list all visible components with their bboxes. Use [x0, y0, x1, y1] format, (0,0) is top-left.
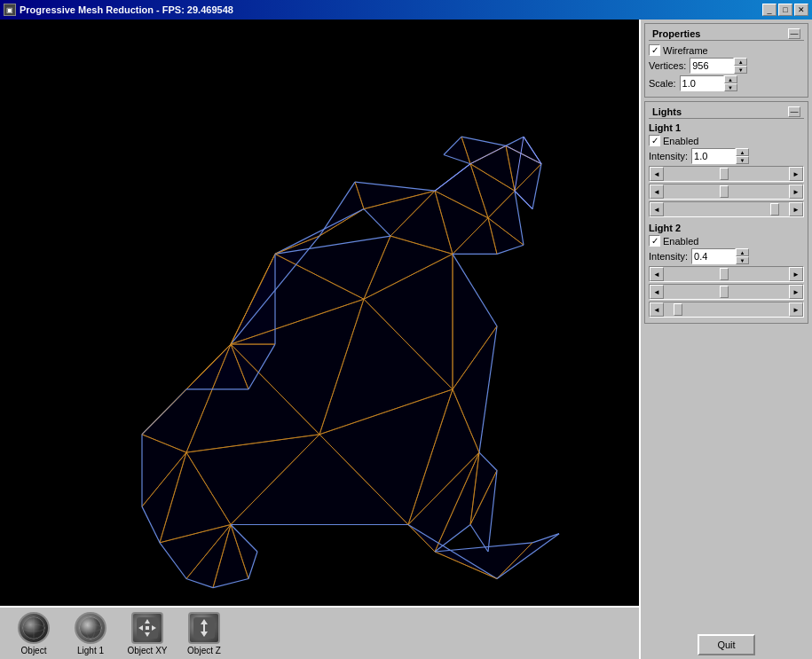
light2-enabled-checkbox[interactable]: [649, 235, 660, 247]
lights-group: Lights — Light 1 Enabled Intensity:: [644, 101, 808, 324]
vertices-spinbox[interactable]: ▲ ▼: [690, 58, 747, 74]
vertices-spin-up[interactable]: ▲: [734, 58, 747, 66]
light1-tool[interactable]: Light 1: [64, 609, 117, 658]
lights-collapse[interactable]: —: [788, 106, 800, 117]
light1-slider2[interactable]: ◄ ►: [649, 184, 804, 200]
object-icon: [18, 612, 50, 644]
bottom-toolbar: Object Light 1: [0, 606, 639, 659]
viewport[interactable]: Object Light 1: [0, 20, 639, 659]
vertices-label: Vertices:: [649, 60, 686, 71]
properties-collapse[interactable]: —: [788, 28, 800, 39]
light1-slider1-thumb[interactable]: [720, 168, 729, 180]
light1-title: Light 1: [649, 122, 681, 133]
scale-spinbox-buttons: ▲ ▼: [724, 75, 737, 91]
wireframe-label: Wireframe: [663, 45, 708, 56]
light2-slider1-thumb[interactable]: [720, 268, 729, 280]
light2-slider2[interactable]: ◄ ►: [649, 284, 804, 300]
light2-slider2-row: ◄ ►: [649, 284, 804, 300]
properties-header: Properties —: [649, 27, 804, 41]
svg-rect-13: [146, 626, 149, 630]
light1-intensity-down[interactable]: ▼: [736, 156, 749, 164]
wireframe-checkbox[interactable]: [649, 44, 660, 56]
light2-slider1-right[interactable]: ►: [789, 267, 803, 281]
light2-intensity-spinbox[interactable]: ▲ ▼: [691, 248, 749, 264]
scale-spinbox[interactable]: ▲ ▼: [680, 75, 737, 91]
properties-title: Properties: [652, 28, 700, 39]
app-icon: ▣: [4, 4, 16, 16]
light1-slider1-left[interactable]: ◄: [650, 167, 664, 181]
light1-slider3[interactable]: ◄ ►: [649, 201, 804, 217]
window-title: Progressive Mesh Reduction - FPS: 29.469…: [20, 4, 233, 15]
light2-intensity-btns: ▲ ▼: [736, 248, 749, 264]
light1-title-row: Light 1: [649, 122, 804, 133]
light2-slider3-left[interactable]: ◄: [650, 302, 664, 317]
scale-row: Scale: ▲ ▼: [649, 75, 804, 91]
quit-button[interactable]: Quit: [698, 634, 754, 655]
light2-slider1[interactable]: ◄ ►: [649, 266, 804, 282]
light2-section: Light 2 Enabled Intensity: ▲ ▼: [649, 223, 804, 318]
wireframe-checkbox-container[interactable]: Wireframe: [649, 44, 708, 56]
light1-intensity-btns: ▲ ▼: [736, 148, 749, 164]
light2-slider3-row: ◄ ►: [649, 302, 804, 318]
light2-intensity-input[interactable]: [691, 248, 736, 264]
scale-label: Scale:: [649, 78, 676, 89]
minimize-button[interactable]: _: [762, 4, 777, 16]
light2-enabled-label: Enabled: [663, 236, 698, 247]
light1-slider1-right[interactable]: ►: [789, 167, 803, 181]
light2-slider1-track: [664, 267, 789, 281]
light2-slider1-row: ◄ ►: [649, 266, 804, 282]
light1-enabled-checkbox[interactable]: [649, 135, 660, 146]
light1-slider2-left[interactable]: ◄: [650, 184, 664, 199]
light2-enabled-container[interactable]: Enabled: [649, 235, 698, 247]
light1-intensity-up[interactable]: ▲: [736, 148, 749, 156]
object-label: Object: [21, 646, 47, 655]
light2-slider2-right[interactable]: ►: [789, 285, 803, 299]
vertices-spinbox-buttons: ▲ ▼: [734, 58, 747, 74]
light2-intensity-up[interactable]: ▲: [736, 248, 749, 256]
light2-intensity-down[interactable]: ▼: [736, 256, 749, 264]
light2-intensity-row: Intensity: ▲ ▼: [649, 248, 804, 264]
light2-slider3-right[interactable]: ►: [789, 302, 803, 317]
light2-slider1-left[interactable]: ◄: [650, 267, 664, 281]
scale-input[interactable]: [680, 75, 724, 91]
light1-slider1-row: ◄ ►: [649, 166, 804, 182]
light2-title: Light 2: [649, 223, 681, 233]
light1-slider1[interactable]: ◄ ►: [649, 166, 804, 182]
objectz-icon: [188, 612, 220, 644]
light1-intensity-row: Intensity: ▲ ▼: [649, 148, 804, 164]
light2-title-row: Light 2: [649, 223, 804, 233]
main-container: Object Light 1: [0, 20, 812, 659]
close-button[interactable]: ✕: [794, 4, 808, 16]
light2-slider3-track: [664, 302, 789, 317]
object-tool[interactable]: Object: [7, 609, 60, 658]
svg-rect-17: [203, 624, 205, 632]
vertices-spin-down[interactable]: ▼: [734, 66, 747, 74]
scale-spin-up[interactable]: ▲: [724, 75, 737, 83]
light2-slider3-thumb[interactable]: [674, 303, 682, 316]
light2-slider3[interactable]: ◄ ►: [649, 302, 804, 318]
light1-slider2-thumb[interactable]: [720, 185, 729, 198]
light2-slider2-left[interactable]: ◄: [650, 285, 664, 299]
light1-intensity-input[interactable]: [691, 148, 736, 164]
light1-label: Light 1: [77, 646, 104, 655]
light2-slider2-thumb[interactable]: [720, 286, 729, 298]
vertices-input[interactable]: [690, 58, 734, 74]
scale-spin-down[interactable]: ▼: [724, 83, 737, 91]
light1-slider2-row: ◄ ►: [649, 184, 804, 200]
light1-intensity-spinbox[interactable]: ▲ ▼: [691, 148, 749, 164]
light1-slider2-right[interactable]: ►: [789, 184, 803, 199]
light1-slider3-thumb[interactable]: [770, 203, 779, 216]
light1-slider1-track: [664, 167, 789, 181]
lights-title: Lights: [652, 106, 682, 117]
wireframe-row: Wireframe: [649, 44, 804, 56]
objectxy-tool[interactable]: Object XY: [121, 609, 174, 658]
light2-slider2-track: [664, 285, 789, 299]
light1-slider3-right[interactable]: ►: [789, 202, 803, 216]
light1-slider3-track: [664, 202, 789, 216]
wireframe-canvas[interactable]: [0, 20, 639, 606]
light1-enabled-container[interactable]: Enabled: [649, 135, 698, 146]
maximize-button[interactable]: □: [778, 4, 792, 16]
light1-slider3-left[interactable]: ◄: [650, 202, 664, 216]
objectz-tool[interactable]: Object Z: [177, 609, 231, 658]
light2-enabled-row: Enabled: [649, 235, 804, 247]
